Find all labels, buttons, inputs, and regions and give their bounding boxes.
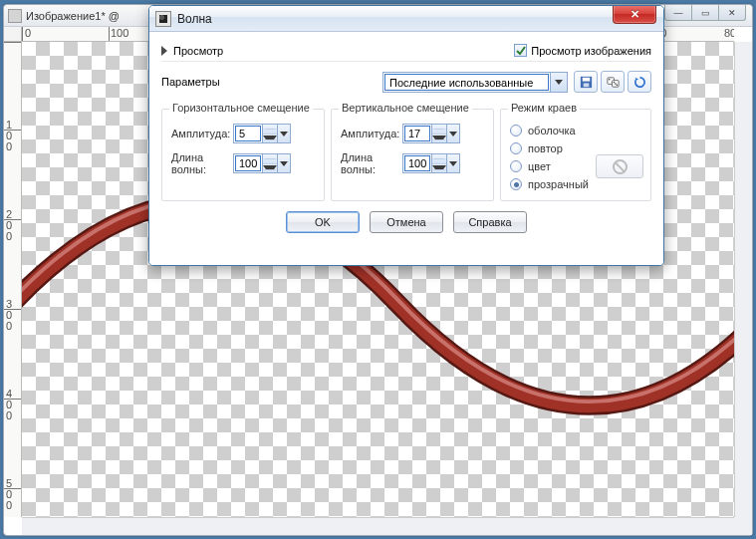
ok-button[interactable]: OK [286,211,360,233]
preview-checkbox-label: Просмотр изображения [531,45,651,57]
vertical-offset-group: Вертикальное смещение Амплитуда: 17 Длин… [331,102,500,201]
group-legend: Горизонтальное смещение [169,102,313,114]
chevron-right-icon [161,46,167,56]
dialog-title: Волна [177,12,212,26]
edge-color-swatch[interactable] [596,154,643,178]
spin-down-button[interactable] [263,135,277,143]
ruler-vertical[interactable]: 1 0 0 2 0 0 3 0 0 4 0 0 5 0 0 [4,42,22,517]
svg-point-9 [615,83,617,85]
spin-down-button[interactable] [432,164,446,173]
close-button[interactable]: ✕ [718,5,746,21]
random-preset-button[interactable] [601,71,625,93]
minimize-button[interactable]: — [664,5,692,21]
editor-title: Изображение1* @ [26,10,120,22]
edge-radio-color[interactable]: цвет [510,157,643,175]
preview-checkbox[interactable]: Просмотр изображения [514,44,651,57]
group-legend: Режим краев [508,102,580,114]
app-icon [8,9,22,23]
v-amplitude-input[interactable]: 17 [402,124,460,143]
slider-dropdown-button[interactable] [446,125,459,142]
svg-point-7 [613,81,615,83]
cancel-button[interactable]: Отмена [370,211,443,233]
preset-select[interactable]: Последние использованные [382,72,568,93]
spin-down-button[interactable] [432,135,446,143]
checkbox-icon [514,44,527,57]
group-legend: Вертикальное смещение [339,102,472,114]
wave-dialog: Волна ✕ Просмотр Просмотр изображения Па… [148,5,664,266]
no-entry-icon [613,159,628,174]
svg-point-4 [609,78,611,80]
spin-down-button[interactable] [263,164,277,173]
spin-up-button[interactable] [432,125,446,135]
save-preset-button[interactable] [574,71,598,93]
h-amplitude-input[interactable]: 5 [233,124,291,143]
h-amplitude-label: Амплитуда: [171,128,233,139]
svg-point-8 [616,84,618,86]
v-wavelength-input[interactable]: 100 [402,153,460,173]
h-wavelength-label: Длина волны: [171,151,233,175]
spin-up-button[interactable] [263,154,277,164]
slider-dropdown-button[interactable] [277,125,290,142]
scrollbar-horizontal[interactable] [22,517,734,535]
preview-label: Просмотр [173,45,223,57]
svg-rect-1 [582,77,590,81]
slider-dropdown-button[interactable] [446,154,459,172]
dialog-icon [155,11,171,27]
reset-preset-button[interactable] [628,71,651,93]
edge-radio-shell[interactable]: оболочка [510,122,643,139]
horizontal-offset-group: Горизонтальное смещение Амплитуда: 5 Дли… [161,102,331,201]
edge-mode-group: Режим краев оболочка повтор цвет прозрач… [500,102,651,201]
maximize-button[interactable]: ▭ [691,5,719,21]
dialog-close-button[interactable]: ✕ [613,5,656,24]
v-wavelength-label: Длина волны: [341,151,402,175]
scrollbar-vertical[interactable] [734,42,752,517]
parameters-label: Параметры [161,76,220,88]
preset-value: Последние использованные [384,74,549,91]
preset-dropdown-button[interactable] [550,73,567,92]
v-amplitude-label: Амплитуда: [341,128,402,139]
preview-expander[interactable]: Просмотр [161,45,223,57]
scrollbar-corner [734,517,752,535]
h-wavelength-input[interactable]: 100 [233,153,291,173]
spin-up-button[interactable] [263,125,277,135]
help-button[interactable]: Справка [453,211,527,233]
slider-dropdown-button[interactable] [277,154,290,172]
svg-rect-2 [583,83,589,87]
spin-up-button[interactable] [432,154,446,164]
dialog-titlebar[interactable]: Волна ✕ [149,6,663,32]
ruler-corner [4,27,22,42]
